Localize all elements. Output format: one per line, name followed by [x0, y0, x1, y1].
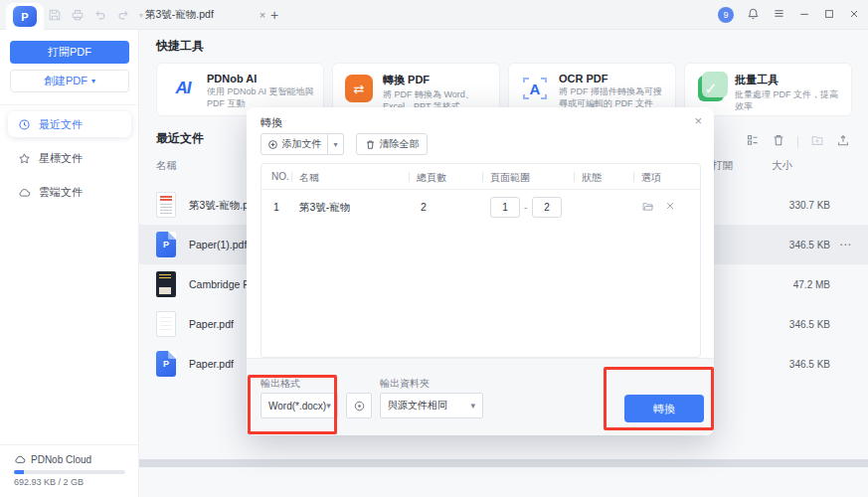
output-folder-select[interactable]: 與源文件相同 ▾	[380, 393, 483, 418]
file-size: 47.2 MB	[741, 279, 830, 290]
plus-icon: +	[270, 7, 278, 23]
output-format-label: 輸出格式	[260, 377, 300, 391]
user-avatar-badge[interactable]: 9	[718, 7, 734, 23]
recent-files-heading: 最近文件	[156, 130, 204, 147]
sidebar-item-label: 雲端文件	[39, 185, 83, 200]
col-name: 名稱	[299, 171, 319, 185]
more-options-icon[interactable]: ⋯	[839, 238, 852, 251]
dialog-footer: 輸出格式 Word(*.docx) ▾ 輸出資料夾 與源文件相同 ▾ 轉換	[247, 358, 714, 435]
tab-close-icon[interactable]: ×	[260, 9, 265, 21]
page-range-from-input[interactable]: 1	[490, 197, 520, 218]
pdf-file-icon: P	[156, 351, 176, 377]
cloud-storage-title: PDNob Cloud	[14, 453, 91, 465]
output-format-select[interactable]: Word(*.docx) ▾	[260, 393, 338, 418]
remove-file-icon[interactable]	[664, 200, 676, 215]
star-icon	[18, 152, 31, 165]
table-header-row: NO. 名稱 總頁數 頁面範圍 狀態 選項	[261, 164, 700, 190]
file-size: 346.5 KB	[741, 359, 830, 370]
create-pdf-button[interactable]: 創建PDF ▾	[10, 70, 129, 92]
file-thumbnail	[156, 271, 176, 297]
row-name: 第3號-寵物	[299, 201, 350, 215]
clear-all-button[interactable]: 清除全部	[356, 133, 428, 155]
file-size: 330.7 KB	[741, 200, 830, 211]
sidebar-item-starred-files[interactable]: 星標文件	[8, 145, 131, 171]
redo-icon[interactable]	[116, 8, 130, 22]
add-files-button[interactable]: 添加文件	[260, 133, 328, 155]
open-pdf-button[interactable]: 打開PDF	[10, 41, 129, 64]
quick-tools-heading: 快捷工具	[156, 38, 204, 55]
add-folder-icon[interactable]	[810, 133, 824, 151]
cloud-storage-progress-fill	[14, 470, 24, 474]
share-upload-icon[interactable]	[836, 133, 850, 151]
home-tab[interactable]: P	[6, 3, 44, 30]
check-glyph: ✓	[704, 80, 717, 98]
col-status: 狀態	[582, 171, 602, 185]
delete-icon[interactable]	[772, 133, 785, 151]
open-folder-icon[interactable]	[641, 200, 654, 215]
column-opened: 打開	[712, 159, 733, 173]
toolbar-divider	[797, 136, 798, 148]
sidebar-divider	[0, 104, 139, 105]
format-settings-button[interactable]	[346, 393, 372, 418]
file-thumbnail	[156, 311, 176, 337]
sidebar-item-cloud-files[interactable]: 雲端文件	[8, 179, 131, 205]
document-tab-title: 第3號-寵物.pdf	[145, 8, 214, 22]
col-options: 選項	[641, 171, 661, 185]
col-pages: 總頁數	[417, 171, 446, 185]
cloud-storage-progressbar	[14, 470, 125, 474]
file-size: 346.5 KB	[741, 319, 830, 330]
col-no: NO.	[271, 171, 289, 182]
chevron-down-icon: ▾	[333, 140, 337, 149]
document-tab[interactable]: 第3號-寵物.pdf ×	[145, 0, 265, 30]
col-range: 頁面範圍	[490, 171, 530, 185]
new-tab-button[interactable]: +	[270, 0, 278, 30]
card-title: 轉換 PDF	[383, 73, 491, 87]
titlebar: P ▾ 第3號-寵物.pdf × + 9	[0, 0, 868, 30]
dialog-close-icon[interactable]: ×	[694, 113, 702, 128]
sidebar-item-recent-files[interactable]: 最近文件	[8, 111, 131, 137]
convert-button[interactable]: 轉換	[624, 395, 704, 422]
dialog-toolbar: 添加文件 ▾ 清除全部	[260, 133, 428, 155]
ocr-icon: A	[520, 74, 550, 103]
pdf-file-icon: P	[156, 232, 176, 257]
pdnob-app-window: P ▾ 第3號-寵物.pdf × + 9 打開PDF 創建PDF ▾	[0, 0, 868, 497]
horizontal-scrollbar[interactable]	[139, 459, 868, 467]
save-icon[interactable]	[48, 8, 62, 22]
settings-icon	[353, 400, 366, 413]
chevron-down-icon: ▾	[326, 401, 331, 411]
print-icon[interactable]	[71, 8, 85, 22]
add-files-label: 添加文件	[282, 137, 322, 151]
titlebar-tools: ▾	[48, 0, 143, 30]
range-dash: -	[524, 201, 528, 213]
open-pdf-label: 打開PDF	[48, 45, 91, 60]
svg-text:A: A	[530, 81, 541, 97]
file-name: Paper.pdf	[189, 318, 234, 330]
history-caret-icon[interactable]: ▾	[139, 11, 143, 20]
page-range-to-input[interactable]: 2	[532, 197, 562, 218]
minimize-icon[interactable]	[798, 6, 810, 24]
add-files-dropdown-button[interactable]: ▾	[328, 133, 344, 155]
list-view-icon[interactable]	[746, 133, 760, 151]
close-window-icon[interactable]	[848, 6, 860, 24]
column-size: 大小	[772, 159, 792, 173]
cloud-icon	[14, 453, 26, 465]
convert-dialog: 轉換 × 添加文件 ▾ 清除全部 NO. 名稱 總頁數 頁面範圍	[247, 107, 714, 435]
notifications-bell-icon[interactable]	[747, 6, 760, 24]
output-folder-label: 輸出資料夾	[380, 377, 430, 391]
card-title: PDNob AI	[207, 73, 315, 84]
titlebar-right: 9	[718, 0, 860, 30]
plus-circle-icon	[267, 139, 278, 150]
maximize-icon[interactable]	[823, 6, 835, 24]
file-name: Paper(1).pdf	[189, 239, 247, 250]
file-thumbnail	[156, 192, 176, 218]
cloud-storage-label: PDNob Cloud	[31, 454, 91, 465]
cloud-storage-usage: 692.93 KB / 2 GB	[14, 477, 84, 487]
cloud-icon	[18, 186, 31, 199]
menu-icon[interactable]	[773, 6, 785, 24]
file-name: Paper.pdf	[189, 358, 234, 370]
batch-tools-icon: ✓	[698, 76, 724, 101]
clear-all-label: 清除全部	[380, 137, 420, 151]
cloud-storage-panel: PDNob Cloud 692.93 KB / 2 GB	[0, 444, 139, 497]
clock-icon	[18, 118, 31, 131]
undo-icon[interactable]	[93, 8, 107, 22]
